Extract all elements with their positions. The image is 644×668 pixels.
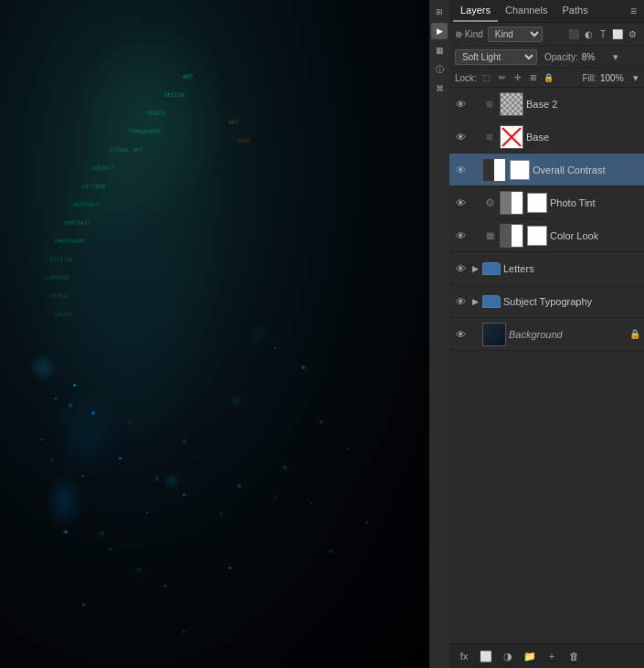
layer-item-overall-contrast[interactable]: 👁 Overall Contrast xyxy=(449,154,644,186)
filter-type-icon[interactable]: T xyxy=(596,28,609,41)
fill-value[interactable]: 100% xyxy=(600,73,629,83)
filter-kind-select[interactable]: Kind xyxy=(488,27,543,42)
opacity-chevron-icon: ▾ xyxy=(613,51,618,63)
adjustment-button[interactable]: ◑ xyxy=(499,647,517,665)
filter-icons: ⬛ ◐ T ⬜ ⚙ xyxy=(567,28,639,41)
layer-visibility-overall-contrast[interactable]: 👁 xyxy=(453,163,468,177)
lock-pixels-btn[interactable]: ✏ xyxy=(496,71,509,84)
layer-thumbnail-background xyxy=(482,323,506,346)
filter-smart-icon[interactable]: ⚙ xyxy=(626,28,639,41)
lock-all-btn[interactable]: 🔒 xyxy=(543,71,555,84)
layer-mask-color-look xyxy=(527,226,547,246)
svg-rect-6 xyxy=(512,192,523,214)
tool-grid-btn[interactable]: ▦ xyxy=(431,42,448,58)
tab-channels[interactable]: Channels xyxy=(498,0,554,22)
lock-row: Lock: ⬚ ✏ ✛ ⊞ 🔒 Fill: 100% ▾ xyxy=(449,69,644,88)
lock-transparent-btn[interactable]: ⬚ xyxy=(480,71,493,84)
layer-thumbnail-photo-tint xyxy=(500,191,523,215)
layer-thumbnail-overall-contrast xyxy=(482,158,506,182)
layer-visibility-letters[interactable]: 👁 xyxy=(453,261,468,276)
lock-label: Lock: xyxy=(455,73,477,83)
layer-item-color-look[interactable]: 👁 ▦ Color Look xyxy=(449,219,644,252)
layer-expand-color-look xyxy=(470,228,480,243)
layer-thumbnail-base xyxy=(500,125,523,149)
filter-kind-label: ⊕ Kind xyxy=(455,29,483,39)
layer-item-photo-tint[interactable]: 👁 ⚙ Photo Tint xyxy=(449,186,644,219)
layer-expand-background xyxy=(470,327,480,342)
filter-shape-icon[interactable]: ⬜ xyxy=(611,28,624,41)
layer-item-base2[interactable]: 👁 ⊞ Base 2 xyxy=(449,88,644,121)
tool-info-btn[interactable]: ⓘ xyxy=(431,61,448,78)
opacity-label: Opacity: xyxy=(544,52,578,62)
panel-menu-button[interactable]: ≡ xyxy=(627,1,640,21)
layer-thumbnail-base2 xyxy=(500,92,523,116)
layer-visibility-base2[interactable]: 👁 xyxy=(453,97,468,111)
layers-list: 👁 ⊞ Base 2 👁 ⊞ Base 👁 xyxy=(449,88,644,643)
delete-layer-button[interactable]: 🗑 xyxy=(565,647,583,665)
layer-visibility-base[interactable]: 👁 xyxy=(453,130,468,144)
svg-rect-8 xyxy=(512,225,523,247)
tool-history-btn[interactable]: ⌘ xyxy=(431,80,448,97)
canvas-area: A T R S E L Y D P M ART DESIGN CREATE TY… xyxy=(0,0,429,668)
tool-play-btn[interactable]: ▶ xyxy=(431,23,448,39)
svg-rect-7 xyxy=(501,225,512,247)
layer-expand-photo-tint xyxy=(470,196,480,210)
layer-lock-background: 🔒 xyxy=(629,329,640,340)
layer-expand-base xyxy=(470,130,480,144)
layer-name-letters: Letters xyxy=(503,263,640,274)
svg-rect-3 xyxy=(483,159,494,181)
layer-name-color-look: Color Look xyxy=(550,230,640,241)
side-toolbar: ⊞ ▶ ▦ ⓘ ⌘ xyxy=(429,0,449,668)
layer-name-overall-contrast: Overall Contrast xyxy=(533,164,640,175)
layer-visibility-color-look[interactable]: 👁 xyxy=(453,228,468,243)
layer-expand-base2 xyxy=(470,97,480,111)
layer-name-background: Background xyxy=(509,329,627,340)
mask-button[interactable]: ⬜ xyxy=(477,647,495,665)
filter-pixel-icon[interactable]: ⬛ xyxy=(567,28,580,41)
layer-item-subject-typography[interactable]: 👁 ▶ Subject Typography xyxy=(449,285,644,318)
layer-extra-color-look: ▦ xyxy=(482,228,497,243)
layer-visibility-subject-typography[interactable]: 👁 xyxy=(453,294,468,309)
opacity-value[interactable]: 8% xyxy=(582,52,607,62)
layer-name-photo-tint: Photo Tint xyxy=(550,197,640,208)
new-layer-button[interactable]: + xyxy=(543,647,561,665)
filter-adjust-icon[interactable]: ◐ xyxy=(582,28,595,41)
tab-layers[interactable]: Layers xyxy=(453,0,498,22)
blend-mode-select[interactable]: Soft Light Normal Multiply Screen Overla… xyxy=(455,49,537,65)
layer-name-base: Base xyxy=(526,132,640,143)
lock-icons: ⬚ ✏ ✛ ⊞ 🔒 xyxy=(480,71,555,84)
canvas-image: A T R S E L Y D P M ART DESIGN CREATE TY… xyxy=(0,0,429,668)
layer-name-base2: Base 2 xyxy=(526,99,640,110)
group-button[interactable]: 📁 xyxy=(521,647,539,665)
layer-mask-photo-tint xyxy=(527,193,547,213)
figure-overlay xyxy=(0,0,429,668)
svg-rect-4 xyxy=(494,159,505,181)
layer-extra-base: ⊞ xyxy=(482,130,497,144)
layer-expand-letters[interactable]: ▶ xyxy=(470,261,480,276)
layer-item-background[interactable]: 👁 Background 🔒 xyxy=(449,318,644,351)
layer-item-letters[interactable]: 👁 ▶ Letters xyxy=(449,252,644,285)
layer-name-subject-typography: Subject Typography xyxy=(503,296,640,307)
layer-extra-base2: ⊞ xyxy=(482,97,497,111)
layer-thumbnail-subject-typography xyxy=(482,295,501,308)
layers-panel: Layers Channels Paths ≡ ⊕ Kind Kind ⬛ ◐ … xyxy=(449,0,644,668)
tab-paths[interactable]: Paths xyxy=(555,0,596,22)
lock-position-btn[interactable]: ✛ xyxy=(512,71,524,84)
layer-expand-overall-contrast xyxy=(470,163,480,177)
layer-visibility-background[interactable]: 👁 xyxy=(453,327,468,342)
fill-chevron-icon: ▾ xyxy=(633,72,639,84)
panel-tabs: Layers Channels Paths ≡ xyxy=(449,0,644,23)
blend-row: Soft Light Normal Multiply Screen Overla… xyxy=(449,47,644,69)
layer-visibility-photo-tint[interactable]: 👁 xyxy=(453,196,468,210)
fill-label: Fill: xyxy=(582,73,596,83)
layer-expand-subject-typography[interactable]: ▶ xyxy=(470,294,480,309)
layer-item-base[interactable]: 👁 ⊞ Base xyxy=(449,121,644,154)
layer-thumbnail-color-look xyxy=(500,224,523,248)
filter-row: ⊕ Kind Kind ⬛ ◐ T ⬜ ⚙ xyxy=(449,23,644,47)
svg-rect-5 xyxy=(501,192,512,214)
lock-artboard-btn[interactable]: ⊞ xyxy=(527,71,540,84)
tool-layers-btn[interactable]: ⊞ xyxy=(431,4,448,20)
layer-mask-overall-contrast xyxy=(510,160,530,180)
fx-button[interactable]: fx xyxy=(455,647,473,665)
layer-extra-photo-tint: ⚙ xyxy=(482,196,497,210)
